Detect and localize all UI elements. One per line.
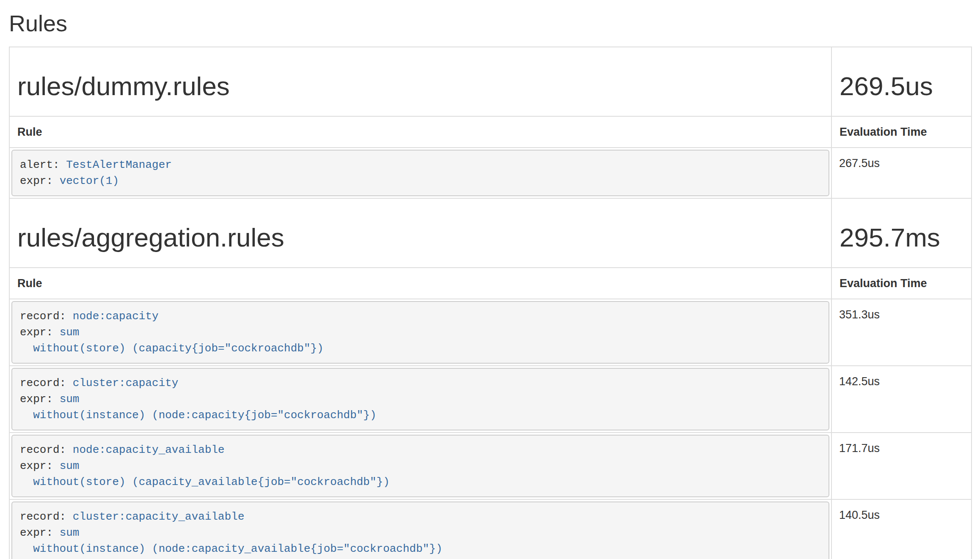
group-eval-time: 269.5us — [840, 72, 963, 101]
rule-row: record: cluster:capacity expr: sum witho… — [9, 366, 972, 433]
rule-column-header: Rule — [9, 268, 831, 299]
rule-row: record: node:capacity expr: sum without(… — [9, 299, 972, 366]
rule-expr-link[interactable]: node:capacity_available — [73, 444, 225, 456]
rule-expr-link[interactable]: vector(1) — [60, 175, 119, 187]
rule-cell: alert: TestAlertManager expr: vector(1) — [9, 148, 831, 198]
rules-table: rules/dummy.rules 269.5us Rule Evaluatio… — [9, 47, 972, 559]
rule-code-block: record: cluster:capacity_available expr:… — [11, 501, 829, 559]
rules-page: Rules rules/dummy.rules 269.5us Rule Eva… — [0, 11, 980, 559]
group-heading-row: rules/aggregation.rules 295.7ms — [9, 198, 972, 268]
columns-header-row: Rule Evaluation Time — [9, 116, 972, 148]
rule-cell: record: cluster:capacity_available expr:… — [9, 499, 831, 559]
rule-eval-time: 351.3us — [831, 299, 972, 366]
rule-code-block: record: cluster:capacity expr: sum witho… — [11, 368, 829, 430]
rule-expr-link[interactable]: sum — [60, 326, 80, 339]
rule-expr-link[interactable]: sum — [60, 460, 80, 472]
rule-row: record: cluster:capacity_available expr:… — [9, 499, 972, 559]
rule-expr-link[interactable]: cluster:capacity — [73, 377, 179, 389]
rule-code-block: record: node:capacity_available expr: su… — [11, 435, 829, 497]
rule-expr-link[interactable]: sum — [60, 526, 80, 539]
rule-group: rules/dummy.rules 269.5us Rule Evaluatio… — [9, 47, 972, 198]
rule-row: alert: TestAlertManager expr: vector(1) … — [9, 148, 972, 198]
rule-group: rules/aggregation.rules 295.7ms Rule Eva… — [9, 198, 972, 559]
rule-expr-link[interactable]: node:capacity — [73, 310, 159, 323]
group-eval-time: 295.7ms — [840, 223, 963, 252]
rule-code-block: record: node:capacity expr: sum without(… — [11, 301, 829, 364]
rule-expr-link[interactable]: TestAlertManager — [66, 159, 172, 171]
group-heading-row: rules/dummy.rules 269.5us — [9, 47, 972, 116]
group-file-heading: rules/aggregation.rules — [17, 223, 823, 252]
rule-expr-link[interactable]: without(instance) (node:capacity{job="co… — [20, 409, 377, 422]
rule-expr-link[interactable]: without(store) (capacity{job="cockroachd… — [20, 342, 324, 355]
page-title: Rules — [9, 11, 971, 36]
rule-expr-link[interactable]: without(store) (capacity_available{job="… — [20, 476, 390, 488]
rule-eval-time: 140.5us — [831, 499, 972, 559]
rule-eval-time: 171.7us — [831, 433, 972, 499]
eval-time-column-header: Evaluation Time — [831, 268, 972, 299]
rule-cell: record: node:capacity_available expr: su… — [9, 433, 831, 499]
columns-header-row: Rule Evaluation Time — [9, 268, 972, 299]
rule-column-header: Rule — [9, 116, 831, 148]
rule-expr-link[interactable]: sum — [60, 393, 80, 406]
rule-eval-time: 267.5us — [831, 148, 972, 198]
group-file-heading: rules/dummy.rules — [17, 72, 823, 101]
rule-cell: record: cluster:capacity expr: sum witho… — [9, 366, 831, 433]
rule-code-block: alert: TestAlertManager expr: vector(1) — [11, 150, 829, 196]
rule-expr-link[interactable]: cluster:capacity_available — [73, 510, 245, 523]
rule-cell: record: node:capacity expr: sum without(… — [9, 299, 831, 366]
rule-eval-time: 142.5us — [831, 366, 972, 433]
eval-time-column-header: Evaluation Time — [831, 116, 972, 148]
rule-expr-link[interactable]: without(instance) (node:capacity_availab… — [20, 543, 443, 555]
rule-row: record: node:capacity_available expr: su… — [9, 433, 972, 499]
